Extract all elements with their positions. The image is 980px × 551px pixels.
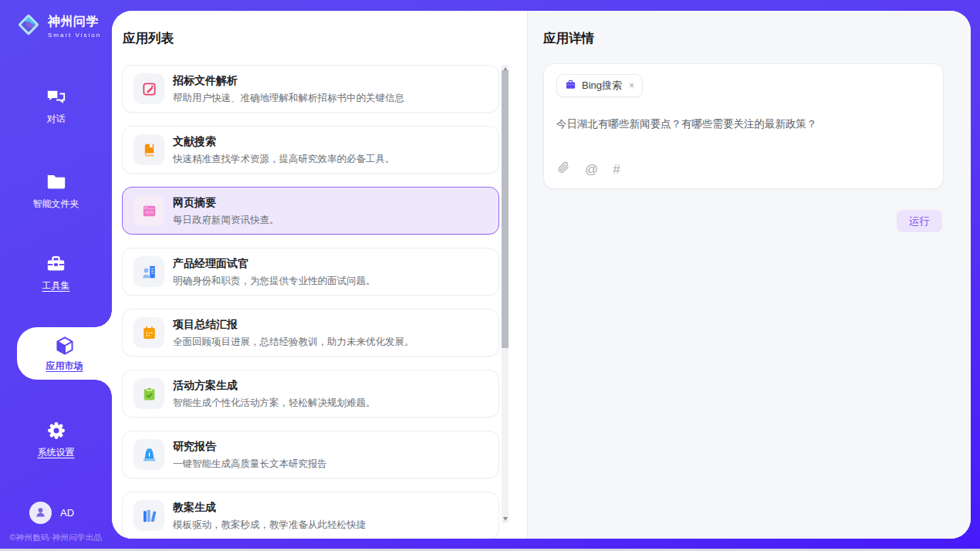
browser-code-icon: </> [133,195,164,226]
sidebar-item-label: 应用市场 [46,360,83,373]
briefcase-icon [565,79,576,93]
app-name: 项目总结汇报 [173,318,238,330]
sidebar-item-label: 系统设置 [38,446,75,459]
app-card-7[interactable]: 教案生成模板驱动，教案秒成，教学准备从此轻松快捷 [122,492,499,539]
app-name: 文献搜索 [173,135,216,147]
paperclip-icon[interactable] [556,161,570,177]
app-description: 帮助用户快速、准确地理解和解析招标书中的关键信息 [173,92,404,105]
clipboard-check-icon [133,378,164,409]
app-card-4[interactable]: 项目总结汇报全面回顾项目进展，总结经验教训，助力未来优化发展。 [122,309,499,357]
sidebar-item-1[interactable]: 智能文件夹 [0,171,112,211]
tool-chip-bing-search[interactable]: Bing搜索 × [556,74,643,97]
copyright-text: ©神州数码·神州问学出品 [0,532,112,543]
app-description: 每日政府新闻资讯快查。 [173,214,279,227]
app-name: 研究报告 [173,440,216,452]
app-description: 全面回顾项目进展，总结经验教训，助力未来优化发展。 [173,336,414,349]
cube-icon [54,335,76,356]
sidebar-item-label: 智能文件夹 [33,198,79,211]
sidebar-item-0[interactable]: 对话 [0,86,112,126]
app-name: 教案生成 [173,501,216,513]
app-list: 招标文件解析帮助用户快速、准确地理解和解析招标书中的关键信息文献搜索快速精准查找… [122,65,499,539]
scroll-down-arrow[interactable] [503,517,508,521]
composer-card: Bing搜索 × 今日湖北有哪些新闻要点？有哪些需要关注的最新政策？ @# [543,63,944,189]
content-panel: 应用列表 招标文件解析帮助用户快速、准确地理解和解析招标书中的关键信息文献搜索快… [112,11,971,539]
app-name: 活动方案生成 [173,379,238,391]
app-logo: 神州问学 Smart Vision [15,11,101,42]
app-detail-panel: 应用详情 Bing搜索 × 今日湖北有哪些新闻要点？有哪些需要关注的最新政策？ … [527,11,971,539]
user-row[interactable]: AD [29,502,74,524]
prompt-input[interactable]: 今日湖北有哪些新闻要点？有哪些需要关注的最新政策？ [556,117,931,132]
app-list-title: 应用列表 [123,30,174,47]
app-card-0[interactable]: 招标文件解析帮助用户快速、准确地理解和解析招标书中的关键信息 [122,65,499,113]
app-description: 明确身份和职责，为您提供专业性的面试问题。 [173,275,376,288]
toolbox-icon [46,253,66,274]
app-detail-title: 应用详情 [543,30,594,47]
doc-edit-icon [133,73,164,104]
composer-toolbar: @# [556,161,931,177]
diamond-logo-icon [15,11,42,42]
app-list-panel: 应用列表 招标文件解析帮助用户快速、准确地理解和解析招标书中的关键信息文献搜索快… [112,11,527,539]
app-card-1[interactable]: 文献搜索快速精准查找学术资源，提高研究效率的必备工具。 [122,126,499,174]
user-initials: AD [60,507,74,519]
sidebar-item-label: 工具集 [42,279,70,292]
app-card-3[interactable]: 产品经理面试官明确身份和职责，为您提供专业性的面试问题。 [122,248,499,296]
interview-icon [133,256,164,287]
sidebar-item-label: 对话 [47,113,66,126]
sidebar-item-2[interactable]: 工具集 [0,253,112,292]
chip-close-icon[interactable]: × [629,80,634,91]
hash-icon[interactable]: # [613,163,620,176]
brand-tagline: Smart Vision [48,32,101,39]
folder-icon [46,171,66,192]
books-icon [133,500,164,531]
brand-name: 神州问学 [48,14,101,30]
app-card-2[interactable]: </>网页摘要每日政府新闻资讯快查。 [122,187,499,235]
app-description: 快速精准查找学术资源，提高研究效率的必备工具。 [173,153,395,166]
app-list-scrollbar[interactable] [502,65,509,523]
app-card-5[interactable]: 活动方案生成智能生成个性化活动方案，轻松解决规划难题。 [122,370,499,417]
scrollbar-thumb[interactable] [502,70,509,348]
at-icon[interactable]: @ [585,163,598,176]
gear-icon [46,420,67,441]
sidebar-item-4[interactable]: 系统设置 [0,420,112,459]
chat-icon [46,86,66,107]
user-icon [34,505,47,521]
note-icon [133,317,164,348]
app-description: 模板驱动，教案秒成，教学准备从此轻松快捷 [173,519,366,532]
avatar[interactable] [29,502,52,524]
sidebar: 神州问学 Smart Vision 对话智能文件夹工具集应用市场系统设置 AD … [0,0,112,551]
app-name: 网页摘要 [173,196,216,208]
sidebar-item-3[interactable]: 应用市场 [17,327,112,380]
app-description: 一键智能生成高质量长文本研究报告 [173,458,327,471]
app-name: 招标文件解析 [173,74,238,86]
app-card-6[interactable]: 研究报告一键智能生成高质量长文本研究报告 [122,431,499,478]
tool-chip-label: Bing搜索 [582,79,622,93]
run-button[interactable]: 运行 [897,210,942,232]
svg-text:</>: </> [145,210,154,215]
app-name: 产品经理面试官 [173,257,248,269]
app-description: 智能生成个性化活动方案，轻松解决规划难题。 [173,397,376,410]
ink-icon [133,439,164,470]
book-icon [133,134,164,165]
